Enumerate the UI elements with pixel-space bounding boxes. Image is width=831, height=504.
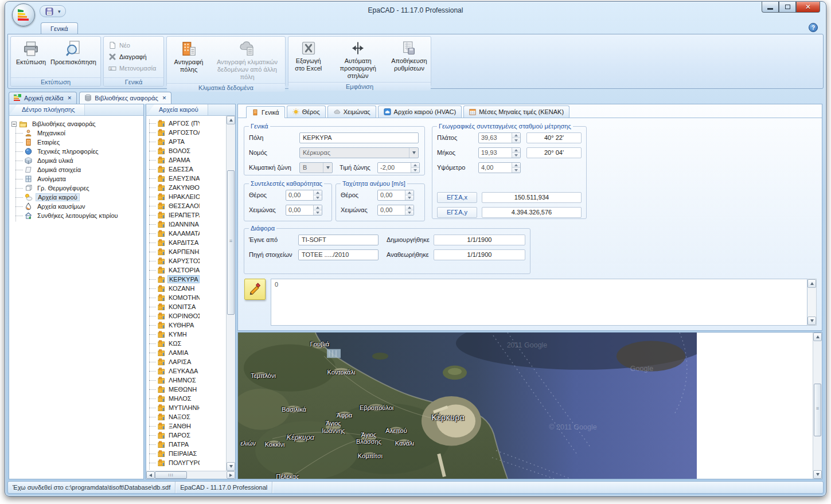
city-list-item[interactable]: ΑΡΓΟΣΤΟΛ (146, 128, 226, 137)
notes-textarea[interactable]: 0 (271, 279, 807, 326)
delete-button[interactable]: Διαγραφή (106, 52, 158, 61)
city-list-item[interactable]: ΚΟΖΑΝΗ (146, 284, 226, 293)
city-list-item[interactable]: ΜΕΘΩΝΗ (146, 385, 226, 394)
made-by-input[interactable] (298, 235, 379, 245)
spinner-buttons[interactable] (313, 190, 322, 200)
city-list-item[interactable]: ΚΑΡΥΣΤΟΣ (146, 256, 226, 265)
tab-weather-file-hvac[interactable]: Αρχείο καιρού (HVAC) (378, 106, 462, 118)
scroll-down-button[interactable] (227, 462, 235, 471)
rename-button[interactable]: Σ Μετονομασία (106, 64, 158, 73)
latitude-spinner[interactable] (478, 132, 521, 143)
scroll-track[interactable] (813, 341, 822, 470)
city-list-item[interactable]: ΛΑΡΙΣΑ (146, 357, 226, 366)
tree-item-openings[interactable]: Ανοίγματα (9, 174, 143, 183)
help-button[interactable]: ? (809, 23, 818, 32)
city-list-item[interactable]: ΚΑΛΑΜΑΤΑ (146, 229, 226, 238)
city-list-item[interactable]: ΝΑΞΟΣ (146, 412, 226, 421)
scroll-down-button[interactable] (807, 317, 816, 325)
scroll-thumb[interactable] (155, 471, 187, 479)
purity-winter-input[interactable] (286, 205, 313, 215)
city-list-item[interactable]: ΚΟΜΟΤΗΝΗ (146, 293, 226, 302)
city-list-item[interactable]: ΑΡΓΟΣ (ΠΥ (146, 119, 226, 128)
tab-home-page[interactable]: Αρχική σελίδα ✕ (9, 92, 77, 104)
copy-city-button[interactable]: Αντιγραφή πόλης (170, 38, 208, 75)
tree-item-building-materials[interactable]: Δομικά υλικά (9, 156, 143, 165)
close-tab-icon[interactable]: ✕ (161, 95, 167, 101)
print-button[interactable]: Εκτύπωση (13, 38, 49, 68)
city-list-item[interactable]: ΠΕΙΡΑΙΑΣ (146, 449, 226, 458)
spinner-buttons[interactable] (512, 163, 520, 173)
wind-winter-spinner[interactable] (377, 205, 414, 216)
spinner-buttons[interactable] (313, 205, 322, 215)
city-list-item[interactable]: ΙΕΡΑΠΕΤΡΑ (146, 210, 226, 220)
climate-zone-combo[interactable]: B (299, 162, 333, 173)
city-list-item[interactable]: ΚΟΡΙΝΘΟΣ (146, 311, 226, 321)
city-list-item[interactable]: ΚΩΣ (146, 339, 226, 348)
city-list-item[interactable]: ΕΔΕΣΣΑ (146, 165, 226, 174)
satellite-map[interactable]: ΓουβιάΚοντοκάλιΤεμπλόνιΒασιλικάΆφραΕβροπ… (238, 333, 697, 479)
wind-summer-input[interactable] (378, 190, 405, 200)
tab-general[interactable]: Γενικά (246, 106, 285, 118)
city-list-item[interactable]: ΚΥΘΗΡΑ (146, 321, 226, 330)
city-list-item[interactable]: ΚΟΝΙΤΣΑ (146, 302, 226, 311)
scroll-thumb[interactable] (814, 384, 821, 436)
scroll-up-button[interactable] (227, 116, 235, 124)
collapse-icon[interactable] (11, 122, 17, 127)
save-settings-button[interactable]: Αποθήκευση ρυθμίσεων (390, 38, 428, 74)
notes-scrollbar[interactable] (807, 279, 817, 326)
tab-summer[interactable]: Θέρος (287, 106, 326, 118)
close-button[interactable]: ✕ (796, 2, 820, 13)
scroll-up-button[interactable] (813, 333, 822, 341)
scroll-up-button[interactable] (807, 279, 816, 288)
city-list-item[interactable]: ΘΕΣΣΑΛΟΝ (146, 201, 226, 210)
city-list-item[interactable]: ΜΗΛΟΣ (146, 394, 226, 403)
spinner-buttons[interactable] (512, 148, 520, 158)
city-input[interactable] (299, 132, 419, 143)
application-menu-button[interactable] (12, 3, 35, 26)
tree-item-building-operating-conditions[interactable]: Συνθήκες λειτουργίας κτιρίου (9, 211, 143, 220)
city-list-item[interactable]: ΚΑΣΤΟΡΙΑ (146, 265, 226, 275)
city-list-item[interactable]: ΗΡΑΚΛΕΙΟ (146, 192, 226, 201)
tree-item-companies[interactable]: Εταιρίες (9, 138, 143, 147)
tab-reference-libraries[interactable]: Βιβλιοθήκες αναφοράς ✕ (79, 92, 171, 104)
wind-summer-spinner[interactable] (377, 190, 414, 201)
spinner-buttons[interactable] (411, 163, 419, 173)
tree-item-engineers[interactable]: Μηχανικοί (9, 128, 143, 138)
city-list-horizontal-scrollbar[interactable] (146, 471, 235, 479)
purity-summer-input[interactable] (286, 190, 313, 200)
autofit-columns-button[interactable]: Αυτόματη προσαρμογή στηλών (329, 38, 387, 82)
map-vertical-scrollbar[interactable] (813, 333, 822, 479)
zone-value-spinner[interactable] (377, 162, 420, 173)
city-list-item[interactable]: ΠΑΤΡΑ (146, 440, 226, 449)
tree-item-thermal-bridges[interactable]: Γρ. Θερμογέφυρες (9, 183, 143, 193)
spinner-buttons[interactable] (405, 205, 413, 215)
zone-value-input[interactable] (378, 163, 411, 173)
scroll-track[interactable] (227, 124, 235, 462)
tree-root[interactable]: Βιβλιοθήκες αναφοράς (9, 119, 143, 128)
city-list-item[interactable]: ΒΟΛΟΣ (146, 146, 226, 155)
city-list-item[interactable]: ΠΟΛΥΓΥΡΟ (146, 458, 226, 467)
tree-item-weather-files[interactable]: Αρχεία καιρού (9, 193, 143, 202)
maximize-button[interactable] (779, 2, 796, 13)
export-excel-button[interactable]: Εξαγωγή στο Excel (291, 38, 326, 74)
wind-winter-input[interactable] (378, 205, 405, 215)
close-tab-icon[interactable]: ✕ (67, 95, 72, 101)
city-list-item[interactable]: ΛΑΜΙΑ (146, 348, 226, 357)
scroll-down-button[interactable] (813, 470, 822, 479)
city-list-vertical-scrollbar[interactable] (226, 116, 235, 471)
altitude-input[interactable] (479, 163, 512, 173)
city-list-item[interactable]: ΚΑΡΔΙΤΣΑ (146, 238, 226, 247)
purity-winter-spinner[interactable] (286, 205, 322, 216)
scroll-thumb[interactable] (227, 170, 235, 315)
city-list-item[interactable]: ΔΡΑΜΑ (146, 155, 226, 165)
print-preview-button[interactable]: Προεπισκόπηση (49, 38, 98, 68)
purity-summer-spinner[interactable] (286, 190, 322, 201)
longitude-input[interactable] (479, 148, 512, 158)
city-list-item[interactable]: ΑΡΤΑ (146, 137, 226, 146)
minimize-button[interactable] (762, 2, 779, 13)
longitude-spinner[interactable] (478, 147, 521, 158)
city-list-item[interactable]: ΜΥΤΙΛΗΝΗ (146, 403, 226, 412)
new-button[interactable]: Νέο (106, 41, 158, 50)
prefecture-combo[interactable]: Κέρκυρας (299, 147, 419, 158)
city-list-item[interactable]: ΚΑΡΠΕΝΗΣ (146, 247, 226, 256)
